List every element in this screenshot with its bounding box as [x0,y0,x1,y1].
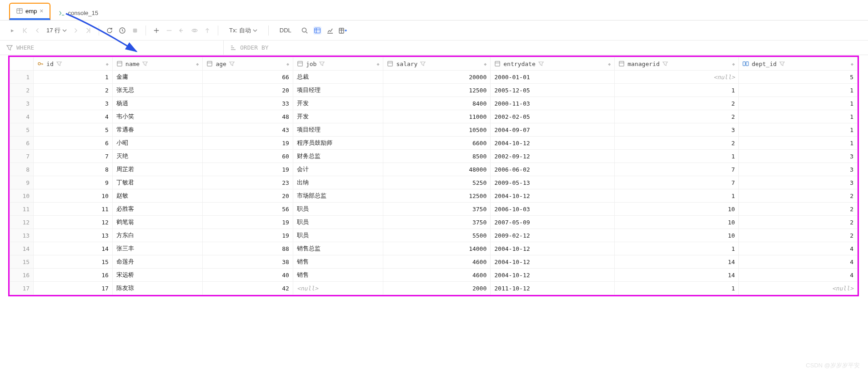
cell-age[interactable]: 19 [203,163,293,176]
column-header-salary[interactable]: salary◆ [383,57,491,71]
column-header-managerid[interactable]: managerid◆ [615,57,739,71]
cell-id[interactable]: 8 [34,163,113,176]
cell-managerid[interactable]: 1 [615,282,739,295]
cell-age[interactable]: 20 [203,84,293,97]
stop-icon[interactable] [131,26,139,35]
cell-managerid[interactable]: <null> [615,71,739,84]
ddl-button[interactable]: DDL [275,25,296,36]
cell-age[interactable]: 23 [203,176,293,189]
cell-name[interactable]: 命莲舟 [112,255,203,269]
cell-age[interactable]: 43 [203,123,293,137]
cell-salary[interactable]: 3750 [383,203,491,216]
cell-entrydate[interactable]: 2004-10-12 [491,255,615,269]
cell-dept_id[interactable]: 1 [739,110,858,123]
table-row[interactable]: 44韦小笑48开发110002002-02-0521 [10,110,858,123]
close-icon[interactable]: × [40,7,43,15]
cell-managerid[interactable]: 1 [615,150,739,163]
cell-id[interactable]: 4 [34,110,113,123]
cell-salary[interactable]: 5250 [383,176,491,189]
cell-name[interactable]: 张无忌 [112,84,203,97]
cell-dept_id[interactable]: 3 [739,163,858,176]
cell-salary[interactable]: 5500 [383,229,491,242]
cell-salary[interactable]: 12500 [383,84,491,97]
cell-dept_id[interactable]: 4 [739,269,858,282]
cell-name[interactable]: 丁敏君 [112,176,203,189]
cell-dept_id[interactable]: 1 [739,123,858,137]
cell-job[interactable]: 程序员鼓励师 [293,137,383,150]
cell-id[interactable]: 6 [34,137,113,150]
cell-job[interactable]: 出纳 [293,176,383,189]
cell-salary[interactable]: 11000 [383,110,491,123]
tab-console-15[interactable]: console_15 [52,6,105,20]
column-header-age[interactable]: age◆ [203,57,293,71]
column-header-entrydate[interactable]: entrydate◆ [491,57,615,71]
cell-entrydate[interactable]: 2011-10-12 [491,282,615,295]
cell-entrydate[interactable]: 2004-10-12 [491,269,615,282]
cell-managerid[interactable]: 1 [615,189,739,203]
cell-name[interactable]: 陈友琼 [112,282,203,295]
cell-id[interactable]: 3 [34,97,113,110]
remove-row-icon[interactable] [165,26,173,35]
cell-dept_id[interactable]: 2 [739,229,858,242]
cell-managerid[interactable]: 10 [615,216,739,229]
cell-age[interactable]: 19 [203,216,293,229]
add-row-icon[interactable] [152,26,161,35]
cell-age[interactable]: 56 [203,203,293,216]
cell-name[interactable]: 方东白 [112,229,203,242]
cell-salary[interactable]: 8500 [383,150,491,163]
cell-id[interactable]: 9 [34,176,113,189]
cell-dept_id[interactable]: 1 [739,97,858,110]
cell-age[interactable]: 19 [203,137,293,150]
cell-name[interactable]: 鹤笔翁 [112,216,203,229]
cell-id[interactable]: 1 [34,71,113,84]
cell-salary[interactable]: 6600 [383,137,491,150]
cell-entrydate[interactable]: 2006-10-03 [491,203,615,216]
search-icon[interactable] [301,26,309,35]
cell-job[interactable]: 职员 [293,216,383,229]
table-row[interactable]: 1515命莲舟38销售46002004-10-12144 [10,255,858,269]
cell-dept_id[interactable]: <null> [739,282,858,295]
cell-salary[interactable]: 12500 [383,189,491,203]
cell-salary[interactable]: 10500 [383,123,491,137]
cell-entrydate[interactable]: 2000-01-01 [491,71,615,84]
table-row[interactable]: 1414张三丰88销售总监140002004-10-1214 [10,242,858,255]
cell-entrydate[interactable]: 2002-02-05 [491,110,615,123]
cell-managerid[interactable]: 14 [615,255,739,269]
column-header-dept_id[interactable]: dept_id◆ [739,57,858,71]
first-page-icon[interactable] [21,26,29,35]
cell-id[interactable]: 10 [34,189,113,203]
cell-dept_id[interactable]: 3 [739,150,858,163]
cell-entrydate[interactable]: 2009-02-12 [491,229,615,242]
cell-salary[interactable]: 48000 [383,163,491,176]
next-page-icon[interactable] [71,26,80,35]
where-filter[interactable]: WHERE [0,41,224,55]
cell-job[interactable]: 项目经理 [293,84,383,97]
cell-id[interactable]: 5 [34,123,113,137]
table-row[interactable]: 1212鹤笔翁19职员37502007-05-09102 [10,216,858,229]
preview-changes-icon[interactable] [191,26,199,35]
chevron-right-collapse-icon[interactable]: ▸ [8,26,16,35]
cell-name[interactable]: 张三丰 [112,242,203,255]
cell-id[interactable]: 14 [34,242,113,255]
table-row[interactable]: 33杨逍33开发84002000-11-0321 [10,97,858,110]
cell-managerid[interactable]: 14 [615,269,739,282]
cell-managerid[interactable]: 2 [615,97,739,110]
cell-salary[interactable]: 14000 [383,242,491,255]
cell-id[interactable]: 15 [34,255,113,269]
cell-job[interactable]: 职员 [293,229,383,242]
cell-managerid[interactable]: 1 [615,84,739,97]
table-row[interactable]: 77灭绝60财务总监85002002-09-1213 [10,150,858,163]
cell-name[interactable]: 小昭 [112,137,203,150]
table-row[interactable]: 66小昭19程序员鼓励师66002004-10-1221 [10,137,858,150]
cell-dept_id[interactable]: 2 [739,189,858,203]
cell-dept_id[interactable]: 3 [739,176,858,189]
cell-entrydate[interactable]: 2002-09-12 [491,150,615,163]
cell-job[interactable]: 开发 [293,97,383,110]
export-icon[interactable] [339,26,347,35]
cell-job[interactable]: 销售 [293,269,383,282]
cell-age[interactable]: 42 [203,282,293,295]
table-row[interactable]: 1010赵敏20市场部总监125002004-10-1212 [10,189,858,203]
cell-job[interactable]: <null> [293,282,383,295]
table-view-icon[interactable] [313,26,321,35]
cell-name[interactable]: 必胜客 [112,203,203,216]
